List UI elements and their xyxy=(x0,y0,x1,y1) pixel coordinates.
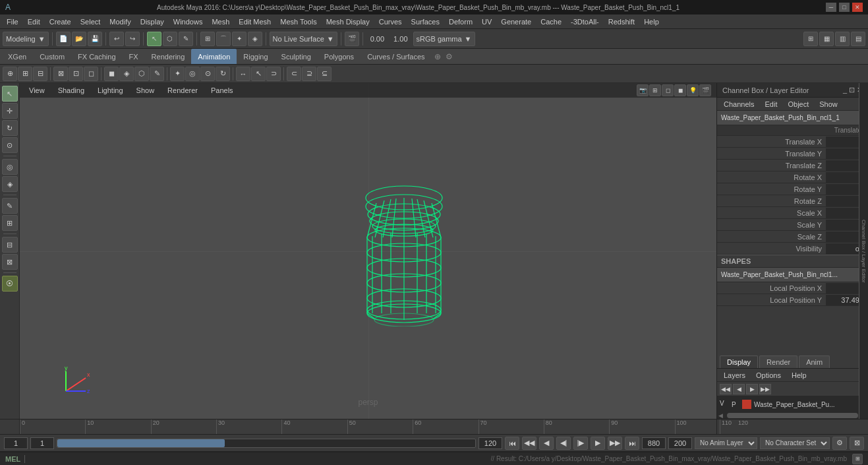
shelf-icon-11[interactable]: ◎ xyxy=(185,67,200,81)
shelf-icon-3[interactable]: ⊠ xyxy=(53,67,68,81)
snap-grid[interactable]: ⊞ xyxy=(200,32,215,46)
options-menu[interactable]: Options xyxy=(753,371,784,380)
view-menu[interactable]: View xyxy=(25,85,49,96)
display-opts-vert[interactable]: ⊟ xyxy=(2,237,18,253)
layer-nav-prev[interactable]: ◀ xyxy=(733,384,745,394)
shelf-tab-custom[interactable]: Custom xyxy=(33,49,71,64)
undo-button[interactable]: ↩ xyxy=(109,32,124,46)
translate-x-row[interactable]: Translate X xyxy=(717,136,868,148)
lasso-tool[interactable]: ⬡ xyxy=(163,32,177,46)
shelf-icon-9[interactable]: ✎ xyxy=(150,67,164,81)
rotate-y-row[interactable]: Rotate Y xyxy=(717,183,868,195)
menu-item-mesh[interactable]: Mesh xyxy=(208,16,233,27)
local-pos-x-row[interactable]: Local Position X xyxy=(717,282,868,294)
soft-select-vert[interactable]: ◎ xyxy=(2,159,18,175)
range-max-input[interactable] xyxy=(668,437,692,449)
layout-btn4[interactable]: ▤ xyxy=(851,32,865,46)
bookmark-vert[interactable]: ⦿ xyxy=(2,276,18,292)
start-frame-input[interactable] xyxy=(4,437,28,449)
shading-menu[interactable]: Shading xyxy=(54,85,88,96)
layout-btn3[interactable]: ▥ xyxy=(835,32,850,46)
channels-menu[interactable]: Channels xyxy=(721,100,757,109)
shelf-icon-12[interactable]: ⊙ xyxy=(200,67,215,81)
help-menu-layer[interactable]: Help xyxy=(789,371,809,380)
redo-button[interactable]: ↪ xyxy=(125,32,140,46)
menu-item-windows[interactable]: Windows xyxy=(169,16,207,27)
shelf-icon-13[interactable]: ↻ xyxy=(216,67,230,81)
menu-item-create[interactable]: Create xyxy=(45,16,75,27)
anim-layer-dropdown[interactable]: No Anim Layer xyxy=(695,437,757,449)
renderer-menu[interactable]: Renderer xyxy=(163,85,202,96)
menu-item-redshift[interactable]: Redshift xyxy=(604,16,639,27)
next-frame-btn[interactable]: ▶ xyxy=(591,437,605,450)
scale-tool-vert[interactable]: ⊙ xyxy=(2,137,18,153)
rotate-x-row[interactable]: Rotate X xyxy=(717,171,868,183)
shelf-icon-0[interactable]: ⊕ xyxy=(3,67,17,81)
cb-minimize-icon[interactable]: _ xyxy=(843,86,847,94)
menu-item--3dtoall-[interactable]: -3DtoAll- xyxy=(567,16,603,27)
rotate-z-row[interactable]: Rotate Z xyxy=(717,195,868,207)
vp-cam-btn[interactable]: 📷 xyxy=(637,84,649,96)
layer-nav-end[interactable]: ▶▶ xyxy=(759,384,771,394)
step-forward-btn[interactable]: ▶▶ xyxy=(608,437,622,450)
shelf-icon-6[interactable]: ◼ xyxy=(104,67,119,81)
prev-key-btn[interactable]: ◀| xyxy=(556,437,571,450)
shelf-icon-15[interactable]: ↖ xyxy=(251,67,266,81)
shelf-icon-1[interactable]: ⊞ xyxy=(18,67,32,81)
menu-item-curves[interactable]: Curves xyxy=(375,16,406,27)
shelf-icon-17[interactable]: ⊂ xyxy=(287,67,301,81)
maximize-button[interactable]: □ xyxy=(839,3,850,12)
shelf-icon-18[interactable]: ⊇ xyxy=(302,67,316,81)
menu-item-generate[interactable]: Generate xyxy=(497,16,535,27)
shelf-tab-curves---surfaces[interactable]: Curves / Surfaces xyxy=(361,49,431,64)
translate-y-row[interactable]: Translate Y xyxy=(717,148,868,160)
attribute-editor-tab[interactable]: Channel Box / Layer Editor xyxy=(859,83,868,419)
next-key-btn[interactable]: |▶ xyxy=(573,437,588,450)
object-menu[interactable]: Object xyxy=(785,100,811,109)
layout-btn1[interactable]: ⊞ xyxy=(803,32,818,46)
tab-settings[interactable]: ⚙ xyxy=(444,51,455,63)
cb-float-icon[interactable]: ⊡ xyxy=(849,86,855,94)
menu-item-cache[interactable]: Cache xyxy=(536,16,565,27)
show-menu-cb[interactable]: Show xyxy=(817,100,840,109)
shelf-icon-16[interactable]: ⊃ xyxy=(266,67,281,81)
layers-menu[interactable]: Layers xyxy=(721,371,748,380)
menu-item-modify[interactable]: Modify xyxy=(105,16,134,27)
anim-tab[interactable]: Anim xyxy=(799,356,830,368)
playback-end-input[interactable] xyxy=(642,437,666,449)
script-editor-btn[interactable]: ⊞ xyxy=(852,454,863,464)
anim-settings-btn[interactable]: ⚙ xyxy=(832,437,847,450)
layer-color-swatch[interactable] xyxy=(742,400,751,409)
shelf-icon-19[interactable]: ⊆ xyxy=(317,67,332,81)
menu-item-uv[interactable]: UV xyxy=(478,16,496,27)
shelf-tab-polygons[interactable]: Polygons xyxy=(318,49,361,64)
visibility-row[interactable]: Visibility xyxy=(717,243,868,255)
snap-surface[interactable]: ◈ xyxy=(248,32,262,46)
command-line-input[interactable] xyxy=(32,454,485,464)
minimize-button[interactable]: ─ xyxy=(826,3,836,12)
snap-curve[interactable]: ⌒ xyxy=(216,32,231,46)
menu-item-edit-mesh[interactable]: Edit Mesh xyxy=(235,16,275,27)
render-region-vert[interactable]: ⊠ xyxy=(2,254,18,270)
render-btn[interactable]: 🎬 xyxy=(345,32,359,46)
save-button[interactable]: 💾 xyxy=(88,32,102,46)
vp-shade-btn[interactable]: ◼ xyxy=(674,84,686,96)
timeline-numbers[interactable]: 0 10 20 30 40 50 60 70 80 90 100 xyxy=(20,419,716,434)
vp-wire-btn[interactable]: ◻ xyxy=(662,84,674,96)
menu-item-mesh-tools[interactable]: Mesh Tools xyxy=(276,16,320,27)
vp-light-btn[interactable]: 💡 xyxy=(687,84,699,96)
scale-z-row[interactable]: Scale Z xyxy=(717,231,868,243)
shelf-icon-4[interactable]: ⊡ xyxy=(69,67,83,81)
menu-item-surfaces[interactable]: Surfaces xyxy=(407,16,444,27)
shelf-tab-xgen[interactable]: XGen xyxy=(1,49,33,64)
shelf-icon-10[interactable]: ✦ xyxy=(170,67,185,81)
shelf-tab-rigging[interactable]: Rigging xyxy=(237,49,274,64)
layer-nav-next[interactable]: ▶ xyxy=(746,384,758,394)
scale-x-row[interactable]: Scale X xyxy=(717,207,868,219)
shelf-tab-fx[interactable]: FX xyxy=(123,49,145,64)
layer-row[interactable]: V P Waste_Paper_Basket_Pu... xyxy=(717,396,868,412)
render-tab[interactable]: Render xyxy=(759,356,797,368)
gamma-dropdown[interactable]: sRGB gamma ▼ xyxy=(413,32,475,46)
display-tab[interactable]: Display xyxy=(720,356,758,368)
shelf-icon-8[interactable]: ⬡ xyxy=(134,67,149,81)
